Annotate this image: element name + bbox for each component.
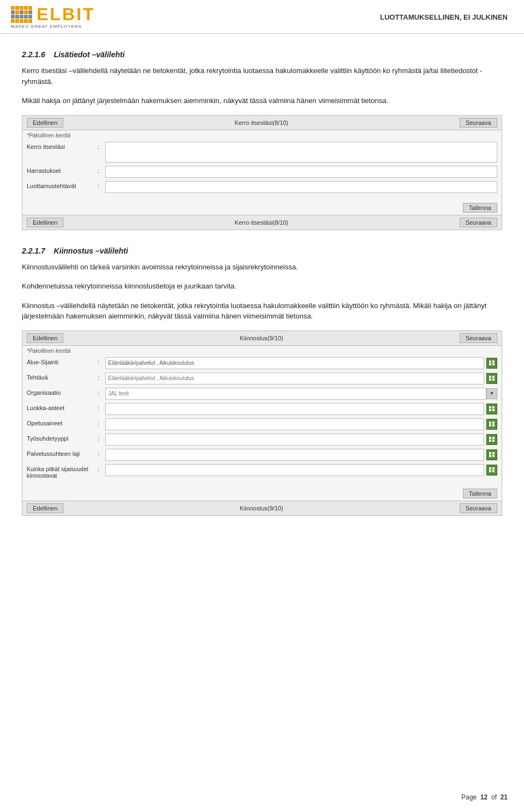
form2-icon-1[interactable] [486, 373, 497, 384]
section-226-number: 2.2.1.6 [22, 50, 45, 59]
form2-nav-top: Edellinen Kiinnostus(9/10) Seuraava [22, 331, 502, 346]
form2-icon-5[interactable] [486, 434, 497, 445]
form1-colon-2: : [98, 166, 105, 174]
form2-dropdown-icon-2[interactable]: ▼ [486, 388, 497, 399]
form2-label-2: Organisaatio [27, 388, 98, 396]
form2-next-bottom-button[interactable]: Seuraava [460, 503, 497, 513]
section-227: 2.2.1.7 Kiinnostus –välilehti Kiinnostus… [22, 246, 502, 322]
form2-field-area-5 [105, 434, 497, 446]
form2-body: Alue-Sijainti : Tehtävä [22, 355, 502, 486]
form2-next-button[interactable]: Seuraava [460, 333, 497, 343]
form2-colon-6: : [98, 449, 105, 457]
form2-prev-button[interactable]: Edellinen [27, 333, 63, 343]
form1-prev-button[interactable]: Edellinen [27, 118, 63, 128]
form1-body: Kerro itsestäsi : Harrastukset : Luottam… [22, 140, 502, 201]
form2-field-7[interactable] [105, 464, 484, 476]
form2-save-button[interactable]: Tallenna [463, 489, 497, 498]
form2-row-1: Tehtävä : [27, 372, 497, 384]
logo-text: ELBIT [37, 5, 95, 23]
form2-label-4: Opetusaineet [27, 418, 98, 426]
form1-prev-bottom-button[interactable]: Edellinen [27, 218, 63, 227]
form2-icon-4[interactable] [486, 419, 497, 430]
form2-row-6: Palvelussuhteen laji : [27, 449, 497, 461]
form1-nav-top: Edellinen Kerro itsestäsi(8/10) Seuraava [22, 116, 502, 130]
form1-row-3: Luottamustehtävät : [27, 181, 497, 193]
form2-field-6[interactable] [105, 449, 484, 461]
form2-icon-3[interactable] [486, 404, 497, 414]
form1-label-1: Kerro itsestäsi [27, 142, 98, 150]
form2-field-area-4 [105, 418, 497, 430]
page-footer: Page 12 of 21 [461, 793, 508, 801]
section-226-para1: Kerro itsestäsi –välilehdellä näytetään … [22, 65, 502, 87]
form2-icon-0[interactable] [486, 358, 497, 369]
header: ELBIT MAKES GREAT EMPLOYERS LUOTTAMUKSEL… [0, 0, 524, 34]
form1-footer: Tallenna [22, 201, 502, 215]
form2-label-1: Tehtävä [27, 372, 98, 381]
form2-row-7: Kuinka pitkät sijaisuudet kiinnostavat : [27, 464, 497, 479]
form2-label-6: Palvelussuhteen laji [27, 449, 98, 457]
form2-label-0: Alue-Sijainti [27, 357, 98, 365]
form2-field-2[interactable] [105, 388, 486, 400]
form2-colon-7: : [98, 464, 105, 472]
page-label: Page [461, 793, 477, 801]
section-227-title: Kiinnostus –välilehti [53, 246, 128, 255]
section-226-title: Lisätiedot –välilehti [53, 50, 124, 59]
form1-next-button[interactable]: Seuraava [460, 118, 497, 128]
form2-field-4[interactable] [105, 418, 484, 430]
header-title: LUOTTAMUKSELLINEN, EI JULKINEN [380, 13, 508, 21]
form2-colon-0: : [98, 357, 105, 365]
form2-footer: Tallenna [22, 486, 502, 501]
form2-field-3[interactable] [105, 403, 484, 415]
form2-colon-4: : [98, 418, 105, 426]
form2-field-area-6 [105, 449, 497, 461]
form2-field-5[interactable] [105, 434, 484, 446]
form1-required-note: *Pakollinen kenttä [22, 130, 502, 140]
form1-nav-bottom: Edellinen Kerro itsestäsi(8/10) Seuraava [22, 215, 502, 230]
form2-row-4: Opetusaineet : [27, 418, 497, 430]
form2-colon-1: : [98, 372, 105, 381]
logo-sub: MAKES GREAT EMPLOYERS [11, 24, 82, 29]
form2-prev-bottom-button[interactable]: Edellinen [27, 503, 63, 513]
form1-label-2: Harrastukset [27, 166, 98, 174]
elbit-grid-icon [11, 6, 32, 23]
form2-field-0[interactable] [105, 357, 484, 369]
form1-field-3[interactable] [105, 181, 497, 193]
section-226-heading: 2.2.1.6 Lisätiedot –välilehti [22, 50, 502, 59]
section-227-heading: 2.2.1.7 Kiinnostus –välilehti [22, 246, 502, 255]
form2: Edellinen Kiinnostus(9/10) Seuraava *Pak… [22, 330, 502, 516]
form2-colon-5: : [98, 434, 105, 442]
section-227-number: 2.2.1.7 [22, 246, 45, 255]
form2-field-1[interactable] [105, 372, 484, 384]
form2-row-3: Luokka-asteet : [27, 403, 497, 415]
form2-nav-title-top: Kiinnostus(9/10) [240, 335, 283, 341]
form2-icon-7[interactable] [486, 465, 497, 476]
form2-row-2: Organisaatio : ▼ [27, 388, 497, 400]
form1-nav-title-top: Kerro itsestäsi(8/10) [235, 119, 288, 126]
form1-save-button[interactable]: Tallenna [463, 203, 497, 213]
form2-colon-2: : [98, 388, 105, 396]
form2-label-5: Työsuhdetyyppi [27, 434, 98, 442]
form1-nav-title-bottom: Kerro itsestäsi(8/10) [235, 219, 288, 226]
form1-next-bottom-button[interactable]: Seuraava [460, 218, 497, 227]
section-226: 2.2.1.6 Lisätiedot –välilehti Kerro itse… [22, 50, 502, 106]
form2-row-5: Työsuhdetyyppi : [27, 434, 497, 446]
form2-label-3: Luokka-asteet [27, 403, 98, 411]
form1-colon-3: : [98, 181, 105, 189]
form2-nav-title-bottom: Kiinnostus(9/10) [240, 505, 283, 512]
section-227-para2: Kohdennetuissa rekrytoinneissa kiinnostu… [22, 281, 502, 292]
form2-field-area-3 [105, 403, 497, 415]
form2-colon-3: : [98, 403, 105, 411]
page-total: 21 [501, 793, 508, 801]
form2-icon-6[interactable] [486, 449, 497, 460]
form2-nav-bottom: Edellinen Kiinnostus(9/10) Seuraava [22, 501, 502, 515]
main-content: 2.2.1.6 Lisätiedot –välilehti Kerro itse… [0, 34, 524, 565]
form2-label-7: Kuinka pitkät sijaisuudet kiinnostavat [27, 464, 98, 479]
form1-row-1: Kerro itsestäsi : [27, 142, 497, 163]
form1-field-2[interactable] [105, 166, 497, 178]
form1-field-1[interactable] [105, 142, 497, 163]
page-current: 12 [480, 793, 487, 801]
form2-field-area-2: ▼ [105, 388, 497, 400]
form2-field-area-1 [105, 372, 497, 384]
logo-area: ELBIT MAKES GREAT EMPLOYERS [11, 5, 95, 29]
page-of: of [491, 793, 497, 801]
